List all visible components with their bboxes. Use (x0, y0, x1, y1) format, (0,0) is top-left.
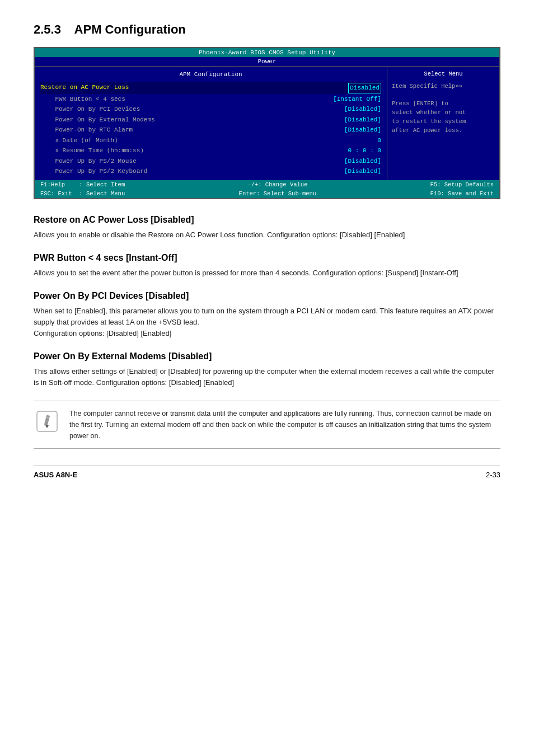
bios-row-value: [Disabled] (344, 115, 381, 125)
note-box: The computer cannot receive or transmit … (34, 401, 500, 449)
bios-title-bar: Phoenix-Award BIOS CMOS Setup Utility (35, 48, 499, 57)
bios-row: Power On By PCI Devices[Disabled] (40, 104, 381, 115)
footer-page: 2-33 (486, 471, 500, 479)
footer-brand: ASUS A8N-E (34, 471, 77, 479)
doc-sections-container: Restore on AC Power Loss [Disabled]Allow… (34, 215, 500, 389)
bios-row-label: PWR Button < 4 secs (40, 95, 333, 104)
bios-row-label: Restore on AC Power Loss (40, 83, 348, 93)
bios-row-value: [Instant Off] (333, 95, 381, 104)
doc-heading: Restore on AC Power Loss [Disabled] (34, 215, 500, 225)
note-text: The computer cannot receive or transmit … (69, 408, 500, 442)
bios-body: APM Configuration Restore on AC Power Lo… (35, 67, 499, 180)
bios-footer: F1:Help : Select Item -/+: Change Value … (35, 180, 499, 189)
doc-heading: Power On By PCI Devices [Disabled] (34, 291, 500, 301)
bios-row-value: Disabled (348, 83, 381, 93)
bios-row-label: Power Up By PS/2 Keyboard (40, 167, 344, 176)
svg-rect-1 (44, 415, 50, 426)
bios-row-label: Power Up By PS/2 Mouse (40, 157, 344, 166)
bios-row: Power-On by RTC Alarm[Disabled] (40, 125, 381, 135)
doc-body: This allows either settings of [Enabled]… (34, 366, 500, 388)
bios-row: Power Up By PS/2 Keyboard[Disabled] (40, 166, 381, 177)
section-title: 2.5.3 APM Configuration (34, 22, 500, 37)
bios-row-value: 0 (377, 136, 381, 145)
bios-row: PWR Button < 4 secs[Instant Off] (40, 94, 381, 105)
doc-body: When set to [Enabled], this parameter al… (34, 306, 500, 339)
bios-row-label: Power On By PCI Devices (40, 105, 344, 114)
doc-section: PWR Button < 4 secs [Instant-Off]Allows … (34, 253, 500, 279)
bios-row-label: Power On By External Modems (40, 115, 344, 125)
bios-row-value: [Disabled] (344, 167, 381, 176)
bios-row: x Date (of Month)0 (40, 135, 381, 146)
doc-section: Restore on AC Power Loss [Disabled]Allow… (34, 215, 500, 241)
doc-body: Allows you to set the event after the po… (34, 267, 500, 279)
bios-row-value: [Disabled] (344, 105, 381, 114)
bios-footer-f1: F1:Help : Select Item (40, 181, 125, 188)
doc-heading: PWR Button < 4 secs [Instant-Off] (34, 253, 500, 263)
bios-emulator: Phoenix-Award BIOS CMOS Setup Utility Po… (34, 47, 500, 199)
pencil-icon (36, 410, 58, 433)
section-name: APM Configuration (74, 22, 186, 36)
bios-help-title: Select Menu (392, 70, 495, 79)
bios-footer2: ESC: Exit : Select Menu Enter: Select Su… (35, 189, 499, 198)
page-footer: ASUS A8N-E 2-33 (34, 466, 500, 479)
bios-row-label: x Resume Time (hh:mm:ss) (40, 146, 348, 156)
bios-subtitle-bar: Power (35, 57, 499, 67)
bios-footer-esc: ESC: Exit : Select Menu (40, 190, 125, 197)
bios-help-text: Item Specific Help»» Press [ENTER] to se… (392, 82, 495, 135)
svg-marker-2 (45, 425, 49, 428)
bios-row: Restore on AC Power LossDisabled (40, 82, 381, 94)
doc-heading: Power On By External Modems [Disabled] (34, 351, 500, 361)
bios-row-label: Power-On by RTC Alarm (40, 125, 344, 135)
bios-row-value: 0 : 0 : 0 (348, 146, 381, 156)
bios-main-panel: APM Configuration Restore on AC Power Lo… (35, 67, 387, 180)
doc-section: Power On By External Modems [Disabled]Th… (34, 351, 500, 388)
bios-main-title: APM Configuration (40, 70, 381, 79)
bios-row-label: x Date (of Month) (40, 136, 377, 145)
section-number: 2.5.3 (34, 22, 61, 36)
doc-section: Power On By PCI Devices [Disabled]When s… (34, 291, 500, 339)
bios-row: Power Up By PS/2 Mouse[Disabled] (40, 156, 381, 167)
bios-footer-change: -/+: Change Value (247, 181, 307, 188)
bios-row-value: [Disabled] (344, 125, 381, 135)
note-icon (34, 408, 60, 435)
bios-footer-enter: Enter: Select Sub-menu (239, 190, 317, 197)
doc-body: Allows you to enable or disable the Rest… (34, 229, 500, 241)
bios-footer-f10: F10: Save and Exit (430, 190, 494, 197)
bios-help-panel: Select Menu Item Specific Help»» Press [… (387, 67, 499, 180)
bios-rows-container: Restore on AC Power LossDisabled PWR But… (40, 82, 381, 177)
bios-row: Power On By External Modems[Disabled] (40, 115, 381, 125)
bios-row-value: [Disabled] (344, 157, 381, 166)
bios-row: x Resume Time (hh:mm:ss)0 : 0 : 0 (40, 145, 381, 156)
bios-footer-f5: F5: Setup Defaults (430, 181, 494, 188)
